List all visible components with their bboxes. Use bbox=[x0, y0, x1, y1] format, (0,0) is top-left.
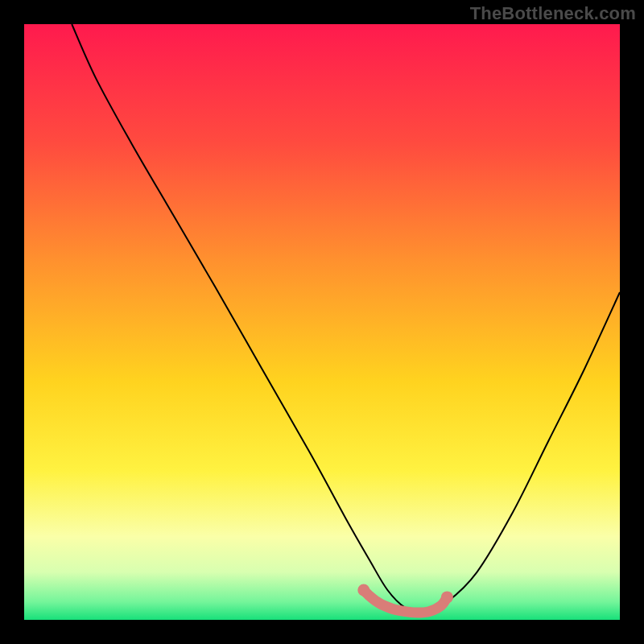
watermark-text: TheBottleneck.com bbox=[470, 3, 636, 24]
chart-canvas bbox=[0, 0, 644, 644]
optimal-range-end-dot bbox=[441, 591, 453, 603]
optimal-range-start-dot bbox=[357, 584, 369, 597]
chart-stage: TheBottleneck.com bbox=[0, 0, 644, 644]
plot-background bbox=[24, 24, 620, 620]
